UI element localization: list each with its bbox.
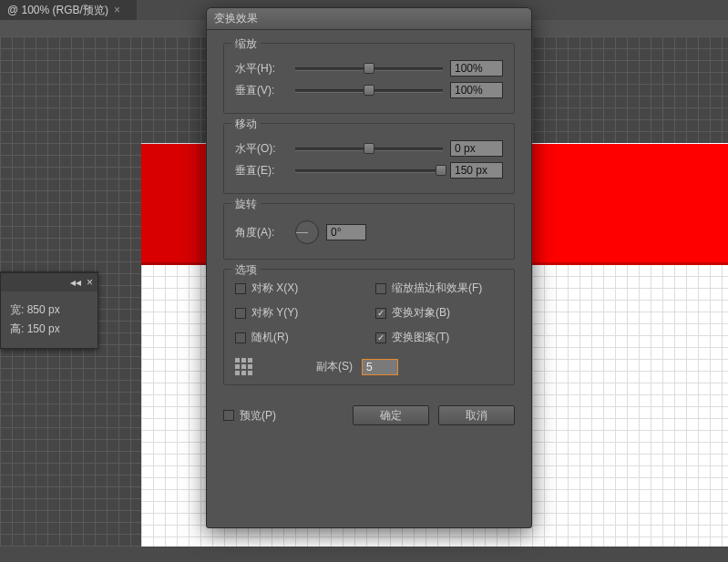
info-panel-header[interactable]: ◂◂ × (1, 273, 97, 291)
scale-h-value[interactable]: 100% (450, 60, 503, 77)
document-tab[interactable]: @ 100% (RGB/预览) × (0, 0, 137, 20)
scale-v-label: 垂直(V): (235, 83, 288, 98)
reference-point-icon[interactable] (235, 358, 252, 375)
red-rectangle-overlap (141, 143, 205, 265)
dialog-titlebar[interactable]: 变换效果 (207, 8, 531, 30)
chevron-left-icon[interactable]: ◂◂ (70, 276, 81, 289)
checkbox-icon (235, 332, 246, 343)
info-panel[interactable]: ◂◂ × 宽: 850 px 高: 150 px (0, 271, 98, 349)
move-group: 移动 水平(O): 0 px 垂直(E): 150 px (223, 123, 515, 194)
move-title: 移动 (231, 117, 261, 132)
info-width: 宽: 850 px (10, 302, 88, 318)
move-h-slider[interactable] (295, 141, 443, 156)
tab-title: @ 100% (RGB/预览) (7, 3, 108, 18)
move-v-slider[interactable] (295, 163, 443, 178)
checkbox-icon (375, 283, 386, 294)
close-icon[interactable]: × (87, 276, 93, 289)
checkbox-icon: ✓ (375, 308, 386, 319)
preview-checkbox[interactable]: 预览(P) (223, 408, 276, 424)
rotate-group: 旋转 角度(A): 0° (223, 203, 515, 260)
random-checkbox[interactable]: 随机(R) (235, 330, 363, 345)
copies-input[interactable]: 5 (362, 359, 398, 375)
dialog-title: 变换效果 (214, 11, 258, 26)
cancel-button[interactable]: 取消 (438, 405, 515, 425)
scale-h-slider[interactable] (295, 61, 443, 76)
transform-pat-checkbox[interactable]: ✓变换图案(T) (375, 330, 503, 345)
move-v-value[interactable]: 150 px (450, 162, 503, 179)
angle-dial[interactable] (295, 220, 319, 244)
checkbox-icon (223, 410, 234, 421)
checkbox-icon (235, 283, 246, 294)
scale-v-value[interactable]: 100% (450, 82, 503, 98)
move-h-label: 水平(O): (235, 141, 288, 157)
scale-title: 缩放 (231, 36, 261, 52)
move-h-value[interactable]: 0 px (450, 140, 503, 157)
transform-obj-checkbox[interactable]: ✓变换对象(B) (375, 305, 503, 321)
ok-button[interactable]: 确定 (353, 405, 429, 425)
mirror-x-checkbox[interactable]: 对称 X(X) (235, 281, 363, 296)
slider-thumb[interactable] (436, 165, 446, 176)
scale-h-label: 水平(H): (235, 61, 288, 77)
options-title: 选项 (231, 262, 261, 278)
info-height: 高: 150 px (10, 322, 88, 337)
slider-thumb[interactable] (364, 143, 374, 154)
scale-group: 缩放 水平(H): 100% 垂直(V): 100% (223, 43, 515, 114)
mirror-y-checkbox[interactable]: 对称 Y(Y) (235, 305, 363, 321)
move-v-label: 垂直(E): (235, 163, 288, 179)
checkbox-icon (235, 308, 246, 319)
slider-thumb[interactable] (364, 85, 374, 96)
checkbox-icon: ✓ (375, 332, 386, 343)
rotate-label: 角度(A): (235, 225, 288, 240)
rotate-title: 旋转 (231, 197, 261, 212)
slider-thumb[interactable] (364, 63, 374, 74)
close-icon[interactable]: × (114, 4, 120, 16)
transform-effect-dialog: 变换效果 缩放 水平(H): 100% 垂直(V): 100% 移动 水平(O)… (206, 7, 532, 528)
scale-stroke-checkbox[interactable]: 缩放描边和效果(F) (375, 281, 503, 296)
scale-v-slider[interactable] (295, 83, 443, 97)
rotate-value[interactable]: 0° (326, 224, 366, 240)
options-group: 选项 对称 X(X) 缩放描边和效果(F) 对称 Y(Y) ✓变换对象(B) 随… (223, 269, 515, 385)
copies-label: 副本(S) (316, 359, 353, 374)
